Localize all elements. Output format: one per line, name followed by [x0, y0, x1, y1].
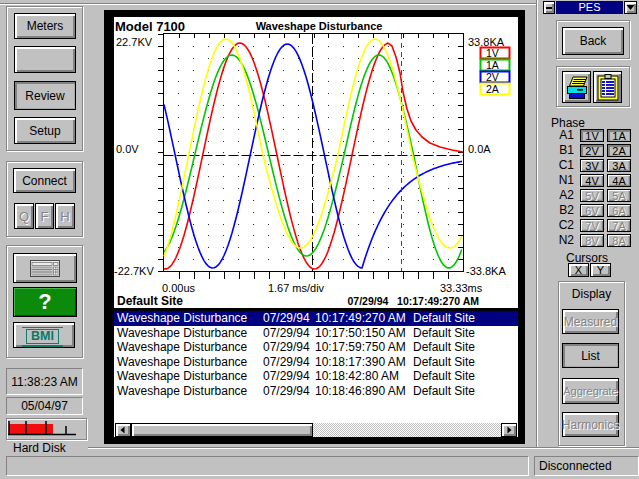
svg-text:2A: 2A [486, 83, 499, 95]
svg-text:2V: 2V [486, 71, 499, 83]
svg-text:1A: 1A [486, 59, 499, 71]
svg-text:1V: 1V [486, 47, 499, 59]
